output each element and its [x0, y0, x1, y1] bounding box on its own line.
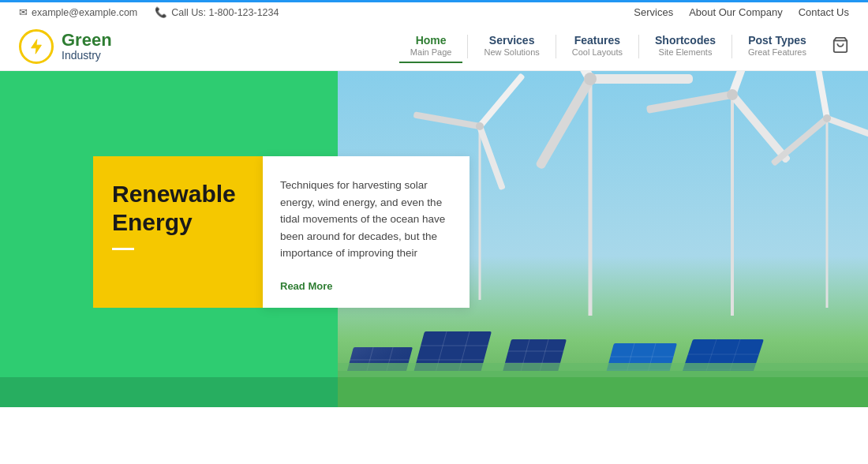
- hero-content: Renewable Energy Techniques for harvesti…: [93, 156, 470, 308]
- cart-icon[interactable]: [832, 36, 849, 57]
- logo-tagline: Industry: [62, 50, 112, 62]
- topbar-link-about[interactable]: About Our Company: [689, 6, 783, 18]
- turbine-3: [770, 71, 868, 308]
- top-bar-contact: ✉ example@example.com 📞 Call Us: 1-800-1…: [19, 6, 279, 18]
- svg-rect-54: [338, 363, 868, 377]
- nav-features-label: Features: [574, 34, 620, 47]
- svg-rect-18: [477, 73, 526, 128]
- svg-rect-15: [770, 116, 829, 167]
- hero-heading: Renewable Energy: [112, 180, 244, 237]
- hero-yellow-box: Renewable Energy: [93, 156, 263, 308]
- nav-home-sub: Main Page: [410, 47, 452, 57]
- svg-rect-13: [811, 71, 830, 119]
- svg-rect-10: [646, 91, 733, 114]
- svg-rect-19: [477, 125, 506, 191]
- nav-item-services[interactable]: Services New Solutions: [473, 29, 550, 63]
- nav-divider-4: [731, 35, 732, 58]
- topbar-link-contact[interactable]: Contact Us: [799, 6, 849, 18]
- svg-point-16: [823, 114, 831, 122]
- email-address: example@example.com: [32, 7, 137, 18]
- phone-number: Call Us: 1-800-123-1234: [171, 7, 279, 18]
- svg-point-11: [727, 89, 738, 100]
- nav-divider-2: [556, 35, 556, 58]
- logo-text: Green Industry: [62, 31, 112, 62]
- nav-item-home[interactable]: Home Main Page: [399, 29, 463, 63]
- nav-item-shortcodes[interactable]: Shortcodes Site Elements: [644, 29, 727, 63]
- hero-white-box: Techniques for harvesting solar energy, …: [263, 156, 470, 308]
- header: Green Industry Home Main Page Services N…: [0, 22, 868, 71]
- turbine-2: [646, 71, 791, 316]
- topbar-link-services[interactable]: Services: [634, 6, 673, 18]
- nav-home-label: Home: [416, 34, 447, 47]
- svg-rect-4: [590, 74, 693, 84]
- nav-divider-3: [638, 35, 639, 58]
- svg-marker-0: [32, 39, 42, 53]
- email-info: ✉ example@example.com: [19, 6, 137, 18]
- read-more-link[interactable]: Read More: [280, 280, 452, 292]
- nav-services-sub: New Solutions: [484, 47, 539, 57]
- logo-brand: Green: [62, 31, 112, 50]
- nav-item-post-types[interactable]: Post Types Great Features: [737, 29, 817, 63]
- lightning-icon: [28, 38, 45, 55]
- logo-icon: [19, 29, 54, 64]
- hero-section: Renewable Energy Techniques for harvesti…: [0, 71, 868, 407]
- nav-divider-1: [467, 35, 468, 58]
- top-bar: ✉ example@example.com 📞 Call Us: 1-800-1…: [0, 0, 868, 22]
- hero-divider-line: [112, 248, 134, 250]
- svg-rect-20: [413, 111, 481, 129]
- top-bar-links: Services About Our Company Contact Us: [634, 6, 849, 18]
- nav-posttypes-sub: Great Features: [748, 47, 806, 57]
- svg-rect-14: [826, 115, 868, 145]
- logo[interactable]: Green Industry: [19, 29, 112, 64]
- nav-shortcodes-sub: Site Elements: [659, 47, 713, 57]
- svg-point-6: [584, 73, 597, 85]
- nav-shortcodes-label: Shortcodes: [655, 34, 716, 47]
- main-nav: Home Main Page Services New Solutions Fe…: [399, 29, 849, 63]
- svg-point-21: [476, 122, 484, 130]
- nav-features-sub: Cool Layouts: [572, 47, 623, 57]
- nav-item-features[interactable]: Features Cool Layouts: [561, 29, 634, 63]
- nav-posttypes-label: Post Types: [748, 34, 806, 47]
- nav-services-label: Services: [489, 34, 535, 47]
- phone-icon: 📞: [155, 6, 167, 18]
- hero-body-text: Techniques for harvesting solar energy, …: [280, 177, 452, 262]
- phone-info: 📞 Call Us: 1-800-123-1234: [155, 6, 279, 18]
- grass-strip: [0, 377, 338, 407]
- email-icon: ✉: [19, 6, 28, 18]
- svg-rect-5: [535, 77, 594, 170]
